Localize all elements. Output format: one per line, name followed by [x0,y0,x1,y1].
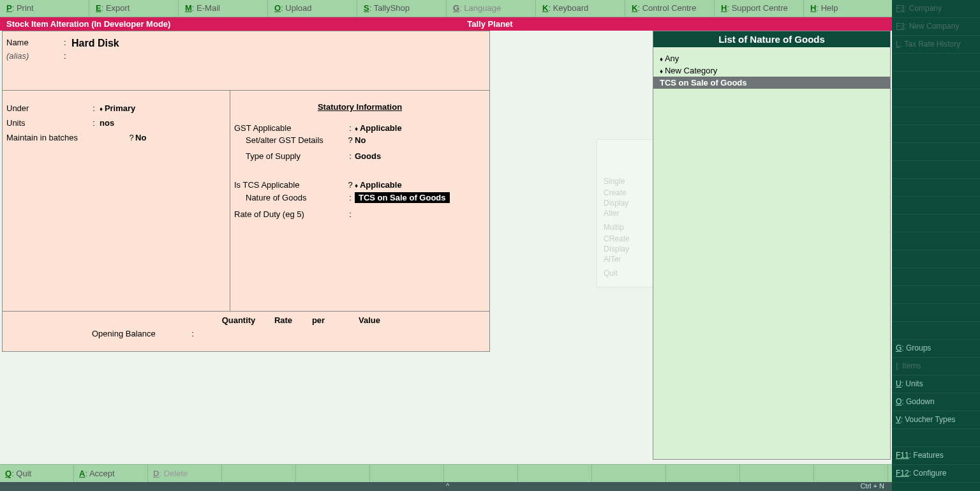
delete-button: D: Delete [148,465,222,482]
per-header: per [302,315,334,325]
sidebar-new-company: F3: New Company [892,18,980,36]
sidebar-groups[interactable]: G: Groups [892,340,980,358]
units-label: Units [6,118,88,128]
gst-applicable-field[interactable]: Applicable [355,123,402,133]
quantity-header: Quantity [213,315,264,325]
nature-of-goods-popup: List of Nature of Goods Any New Category… [653,31,891,460]
quit-button[interactable]: Q: Quit [0,465,74,482]
sidebar-godown[interactable]: O: Godown [892,393,980,411]
opening-balance-label: Opening Balance [92,329,156,338]
right-column: Statutory Information GST Applicable : A… [230,90,489,311]
gst-alter-field[interactable]: No [355,135,366,145]
sidebar-configure[interactable]: F12: Configure [892,465,980,483]
popup-item-tcs-sale-goods[interactable]: TCS on Sale of Goods [653,77,890,89]
popup-title: List of Nature of Goods [653,31,890,47]
statutory-title: Statutory Information [234,102,486,112]
bb-empty [666,465,740,482]
sidebar-company: F3: Company [892,0,980,18]
sidebar-voucher-types[interactable]: V: Voucher Types [892,411,980,429]
name-field[interactable]: Hard Disk [71,38,119,49]
gst-alter-label: Set/alter GST Details [234,135,346,145]
bb-empty [222,465,296,482]
value-header: Value [334,315,405,325]
batches-field[interactable]: No [135,133,146,142]
supply-field[interactable]: Goods [355,151,381,161]
popup-item-new-category[interactable]: New Category [653,64,890,77]
under-label: Under [6,103,88,113]
menu-keyboard[interactable]: K: Keyboard [536,0,625,17]
workspace: Gateway Inventory Stock Single Create Di… [0,31,892,463]
rate-header: Rate [264,315,302,325]
right-sidebar: F3: Company F3: New Company L: Tax Rate … [892,0,980,491]
menu-email[interactable]: M: E-Mail [179,0,268,17]
caret-icon: ^ [446,482,449,490]
bb-empty [370,465,444,482]
units-field[interactable]: nos [100,118,114,128]
popup-item-any[interactable]: Any [653,52,890,64]
alias-label: (alias) [6,51,64,61]
menu-print[interactable]: P: Print [0,0,89,17]
bb-empty [518,465,592,482]
menu-language: G: Language [447,0,536,17]
form-footer: Quantity Rate per Value Opening Balance … [3,311,489,351]
sidebar-items: I: Items [892,358,980,375]
top-menu-bar: P: Print E: Export M: E-Mail O: Upload S… [0,0,980,17]
company-name: Tally Planet [467,19,512,29]
menu-export[interactable]: E: Export [89,0,179,17]
status-shortcut: Ctrl + N [860,482,884,490]
bb-empty [444,465,518,482]
batches-label: Maintain in batches [6,133,128,142]
menu-support-centre[interactable]: H: Support Centre [715,0,804,17]
bb-empty [740,465,814,482]
menu-control-centre[interactable]: K: Control Centre [625,0,715,17]
rate-duty-label: Rate of Duty (eg 5) [234,209,346,219]
tcs-applicable-label: Is TCS Applicable [234,180,346,190]
sidebar-tax-rate-history: L: Tax Rate History [892,36,980,54]
bottom-button-bar: Q: Quit A: Accept D: Delete [0,464,892,482]
supply-label: Type of Supply [234,151,346,161]
nature-field[interactable]: TCS on Sale of Goods [355,192,450,203]
nature-label: Nature of Goods [234,193,346,202]
bb-empty [592,465,666,482]
sidebar-units[interactable]: U: Units [892,375,980,393]
menu-tallyshop[interactable]: S: TallyShop [357,0,447,17]
stock-item-form: Name : Hard Disk (alias) : Under : Prima… [2,31,490,352]
name-label: Name [6,38,64,49]
bb-empty [814,465,888,482]
accept-button[interactable]: A: Accept [74,465,148,482]
tcs-applicable-field[interactable]: Applicable [355,180,402,190]
menu-upload[interactable]: O: Upload [268,0,357,17]
sidebar-features[interactable]: F11: Features [892,447,980,465]
left-column: Under : Primary Units : nos Maintain in … [3,90,230,311]
under-field[interactable]: Primary [100,103,135,113]
gst-applicable-label: GST Applicable [234,123,346,133]
bb-empty [296,465,370,482]
title-bar: Stock Item Alteration (In Developer Mode… [0,17,980,31]
window-title: Stock Item Alteration (In Developer Mode… [0,19,170,29]
status-bar: ^ Ctrl + N [0,482,892,491]
